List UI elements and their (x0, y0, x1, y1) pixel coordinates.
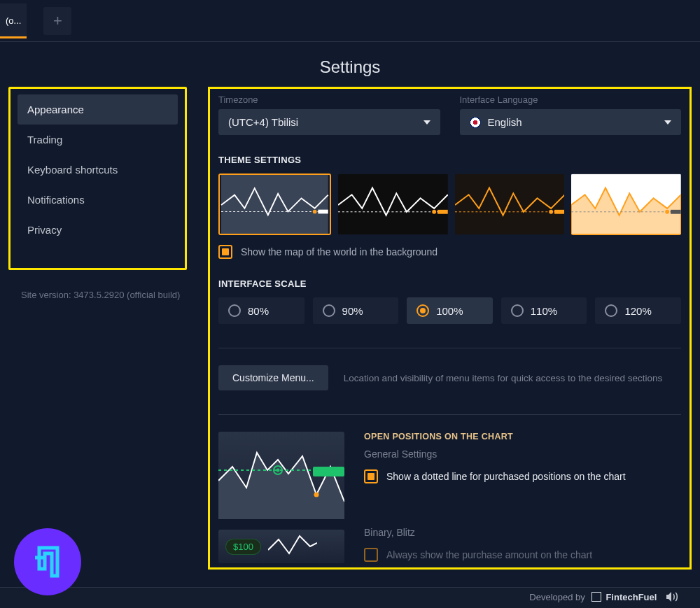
timezone-select[interactable]: (UTC+4) Tbilisi (218, 109, 440, 135)
show-map-label: Show the map of the world in the backgro… (241, 246, 438, 257)
sidebar-item-notifications[interactable]: Notifications (18, 185, 178, 215)
sidebar-item-keyboard[interactable]: Keyboard shortcuts (18, 155, 178, 185)
timezone-value: (UTC+4) Tbilisi (228, 116, 298, 128)
always-show-amount-label: Always show the purchase amount on the c… (386, 549, 592, 560)
binary-preview: $100 (218, 530, 344, 563)
checkbox-icon (218, 245, 232, 259)
dotted-line-option[interactable]: Show a dotted line for purchased positio… (364, 469, 681, 483)
scale-options: 80% 90% 100% 110% 120% (218, 297, 681, 324)
scale-110[interactable]: 110% (501, 297, 587, 324)
chevron-down-icon (664, 120, 671, 125)
binary-blitz-label: Binary, Blitz (364, 527, 681, 538)
amount-badge: $100 (225, 539, 261, 555)
checkbox-icon (364, 469, 378, 483)
interface-scale-heading: INTERFACE SCALE (218, 278, 681, 289)
language-select[interactable]: English (460, 109, 682, 135)
svg-rect-15 (671, 210, 681, 214)
chevron-down-icon (424, 120, 430, 125)
language-label: Interface Language (460, 94, 682, 105)
timezone-label: Timezone (218, 94, 440, 105)
radio-icon (228, 304, 241, 317)
radio-icon (605, 304, 617, 317)
svg-rect-7 (438, 210, 448, 214)
svg-rect-0 (221, 175, 328, 234)
flag-uk-icon (470, 117, 481, 128)
theme-sepia[interactable] (455, 174, 565, 235)
settings-sidebar: Appearance Trading Keyboard shortcuts No… (8, 87, 187, 270)
theme-options (218, 174, 681, 235)
customize-menu-button[interactable]: Customize Menu... (218, 365, 328, 390)
brand-icon (592, 592, 601, 602)
sidebar-item-trading[interactable]: Trading (18, 125, 178, 155)
tab-instrument[interactable]: (o... (0, 3, 27, 38)
theme-settings-heading: THEME SETTINGS (218, 155, 681, 165)
brand-logo (14, 528, 81, 595)
svg-point-14 (665, 210, 669, 214)
scale-80[interactable]: 80% (218, 297, 304, 324)
scale-120[interactable]: 120% (595, 297, 681, 324)
open-positions-preview (218, 432, 344, 519)
open-positions-heading: OPEN POSITIONS ON THE CHART (364, 432, 681, 441)
svg-point-20 (314, 493, 319, 497)
customize-menu-hint: Location and visibility of menu items fo… (344, 373, 662, 383)
radio-icon (416, 304, 429, 317)
add-tab-button[interactable]: + (43, 7, 71, 35)
show-map-option[interactable]: Show the map of the world in the backgro… (218, 245, 681, 259)
always-show-amount-option[interactable]: Always show the purchase amount on the c… (364, 548, 681, 562)
svg-point-19 (276, 469, 280, 472)
svg-rect-17 (313, 467, 344, 476)
footer-brand: FintechFuel (606, 592, 657, 602)
footer-text: Developed by (529, 592, 585, 602)
checkbox-icon (364, 548, 378, 562)
settings-main: Timezone (UTC+4) Tbilisi Interface Langu… (208, 87, 692, 570)
svg-point-6 (432, 210, 436, 214)
scale-100[interactable]: 100% (407, 297, 493, 324)
svg-point-2 (313, 210, 317, 214)
language-value: English (488, 116, 522, 128)
radio-icon (323, 304, 335, 317)
svg-rect-4 (338, 174, 448, 234)
divider (218, 414, 681, 415)
sidebar-item-appearance[interactable]: Appearance (18, 94, 178, 125)
topbar: (o... + (0, 0, 700, 42)
svg-point-10 (549, 210, 553, 214)
site-version: Site version: 3473.5.2920 (official buil… (8, 290, 187, 300)
radio-icon (511, 304, 524, 317)
sidebar-item-privacy[interactable]: Privacy (18, 215, 178, 245)
svg-rect-11 (554, 210, 565, 214)
page-title: Settings (0, 57, 700, 77)
theme-dark-map[interactable] (218, 174, 331, 235)
divider (218, 348, 681, 348)
volume-icon[interactable] (666, 592, 679, 604)
theme-light[interactable] (571, 174, 681, 235)
general-settings-label: General Settings (364, 448, 681, 460)
content: Appearance Trading Keyboard shortcuts No… (0, 87, 700, 570)
scale-90[interactable]: 90% (313, 297, 399, 324)
dotted-line-label: Show a dotted line for purchased positio… (386, 471, 626, 482)
theme-dark-black[interactable] (338, 174, 448, 235)
svg-rect-3 (318, 210, 328, 214)
svg-rect-8 (455, 174, 565, 234)
footer: Developed by FintechFuel (0, 587, 700, 608)
